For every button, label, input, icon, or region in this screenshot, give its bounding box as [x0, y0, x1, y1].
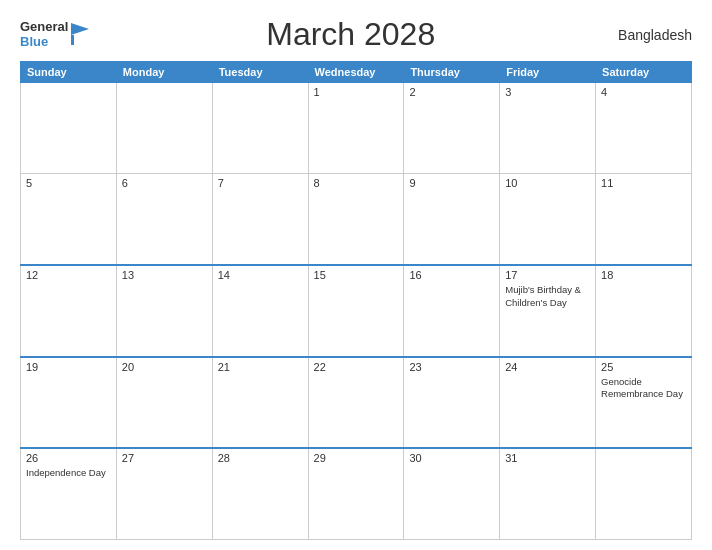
calendar-cell: 31	[500, 448, 596, 539]
day-number: 19	[26, 361, 111, 373]
day-number: 10	[505, 177, 590, 189]
holiday-label: Independence Day	[26, 467, 111, 479]
calendar-cell	[21, 83, 117, 174]
day-number: 24	[505, 361, 590, 373]
day-number: 3	[505, 86, 590, 98]
logo-blue: Blue	[20, 35, 68, 49]
logo: General Blue	[20, 20, 89, 49]
calendar-table: SundayMondayTuesdayWednesdayThursdayFrid…	[20, 61, 692, 540]
calendar-cell	[596, 448, 692, 539]
day-number: 20	[122, 361, 207, 373]
day-number: 30	[409, 452, 494, 464]
weekday-header: Tuesday	[212, 62, 308, 83]
calendar-cell: 11	[596, 174, 692, 265]
weekday-header: Wednesday	[308, 62, 404, 83]
calendar-cell: 29	[308, 448, 404, 539]
calendar-body: 1234567891011121314151617Mujib's Birthda…	[21, 83, 692, 540]
calendar-cell: 22	[308, 357, 404, 448]
day-number: 8	[314, 177, 399, 189]
day-number: 14	[218, 269, 303, 281]
day-number: 11	[601, 177, 686, 189]
day-number: 22	[314, 361, 399, 373]
logo-general: General	[20, 20, 68, 34]
calendar-cell	[116, 83, 212, 174]
weekday-header: Thursday	[404, 62, 500, 83]
calendar-cell: 18	[596, 265, 692, 356]
day-number: 26	[26, 452, 111, 464]
calendar-cell: 28	[212, 448, 308, 539]
day-number: 13	[122, 269, 207, 281]
calendar-cell: 4	[596, 83, 692, 174]
day-number: 7	[218, 177, 303, 189]
calendar-cell: 19	[21, 357, 117, 448]
day-number: 29	[314, 452, 399, 464]
calendar-cell: 8	[308, 174, 404, 265]
day-number: 23	[409, 361, 494, 373]
weekday-header: Monday	[116, 62, 212, 83]
day-number: 5	[26, 177, 111, 189]
day-number: 9	[409, 177, 494, 189]
calendar-cell: 24	[500, 357, 596, 448]
calendar-cell: 30	[404, 448, 500, 539]
calendar-cell: 14	[212, 265, 308, 356]
day-number: 27	[122, 452, 207, 464]
calendar-header: General Blue March 2028 Bangladesh	[20, 16, 692, 53]
day-number: 12	[26, 269, 111, 281]
calendar-page: General Blue March 2028 Bangladesh Sunda…	[0, 0, 712, 550]
calendar-cell: 1	[308, 83, 404, 174]
holiday-label: Mujib's Birthday &Children's Day	[505, 284, 590, 309]
calendar-cell: 27	[116, 448, 212, 539]
logo-flag-icon	[71, 23, 89, 45]
country-label: Bangladesh	[612, 27, 692, 43]
weekday-header: Saturday	[596, 62, 692, 83]
calendar-cell: 9	[404, 174, 500, 265]
calendar-cell: 26Independence Day	[21, 448, 117, 539]
svg-rect-1	[71, 35, 74, 45]
day-number: 4	[601, 86, 686, 98]
calendar-title: March 2028	[89, 16, 612, 53]
calendar-cell: 5	[21, 174, 117, 265]
calendar-cell: 6	[116, 174, 212, 265]
calendar-cell: 25GenocideRemembrance Day	[596, 357, 692, 448]
day-number: 21	[218, 361, 303, 373]
calendar-cell: 17Mujib's Birthday &Children's Day	[500, 265, 596, 356]
calendar-cell: 21	[212, 357, 308, 448]
day-number: 6	[122, 177, 207, 189]
calendar-cell	[212, 83, 308, 174]
calendar-cell: 15	[308, 265, 404, 356]
calendar-cell: 3	[500, 83, 596, 174]
day-number: 16	[409, 269, 494, 281]
day-number: 31	[505, 452, 590, 464]
day-number: 2	[409, 86, 494, 98]
calendar-header-row: SundayMondayTuesdayWednesdayThursdayFrid…	[21, 62, 692, 83]
day-number: 18	[601, 269, 686, 281]
calendar-cell: 13	[116, 265, 212, 356]
calendar-cell: 7	[212, 174, 308, 265]
svg-marker-0	[71, 23, 89, 35]
day-number: 25	[601, 361, 686, 373]
day-number: 1	[314, 86, 399, 98]
calendar-cell: 16	[404, 265, 500, 356]
calendar-cell: 10	[500, 174, 596, 265]
calendar-cell: 12	[21, 265, 117, 356]
calendar-cell: 2	[404, 83, 500, 174]
weekday-header: Friday	[500, 62, 596, 83]
day-number: 28	[218, 452, 303, 464]
holiday-label: GenocideRemembrance Day	[601, 376, 686, 401]
weekday-header: Sunday	[21, 62, 117, 83]
calendar-cell: 20	[116, 357, 212, 448]
calendar-cell: 23	[404, 357, 500, 448]
day-number: 15	[314, 269, 399, 281]
day-number: 17	[505, 269, 590, 281]
